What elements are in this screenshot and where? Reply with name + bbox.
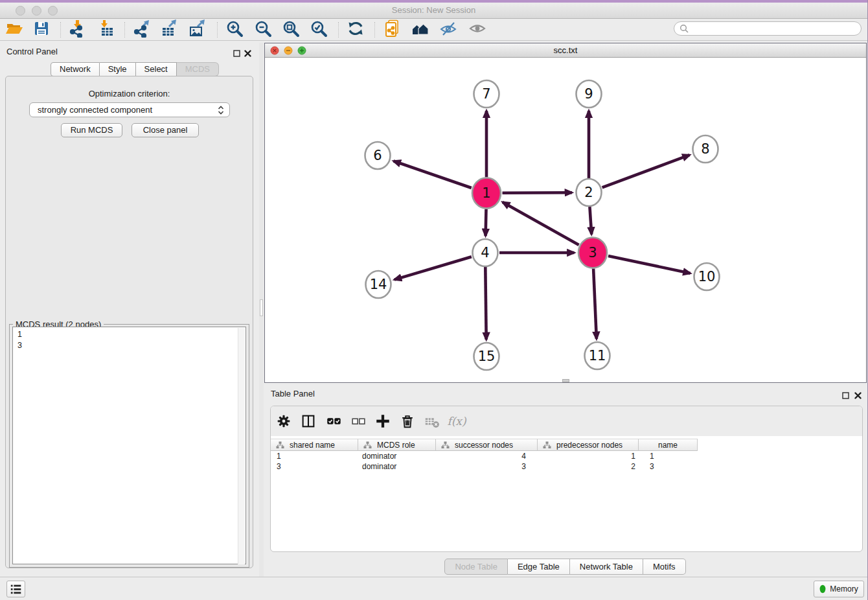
table-panel-tabs: Node TableEdge TableNetwork TableMotifs (262, 559, 868, 575)
graph-node-7[interactable]: 7 (474, 80, 499, 108)
tab-select[interactable]: Select (136, 62, 177, 76)
tab-network-table[interactable]: Network Table (570, 559, 643, 575)
graph-node-14[interactable]: 14 (366, 271, 391, 298)
close-panel-icon[interactable] (244, 48, 251, 60)
svg-text:7: 7 (482, 86, 490, 102)
tab-network[interactable]: Network (51, 62, 100, 76)
open-folder-icon[interactable] (3, 19, 25, 38)
column-sort-icon (441, 441, 450, 449)
mcds-result-box[interactable]: 13 (12, 327, 246, 564)
application-window: Session: New Session (0, 0, 868, 600)
save-session-icon[interactable] (30, 19, 52, 38)
edge-4-14[interactable] (394, 257, 472, 279)
edge-2-3[interactable] (589, 207, 591, 235)
optimization-criterion-label: Optimization criterion: (5, 89, 253, 98)
result-scrollbar[interactable] (238, 328, 245, 564)
window-title: Session: New Session (0, 5, 867, 15)
edge-1-6[interactable] (394, 161, 472, 189)
edge-4-15[interactable] (485, 267, 486, 340)
graph-node-11[interactable]: 11 (585, 342, 610, 369)
split-columns-icon[interactable] (299, 412, 318, 430)
close-panel-button[interactable]: Close panel (131, 123, 199, 137)
column-header-successor-nodes[interactable]: successor nodes (436, 439, 538, 451)
deselect-all-checkboxes-icon[interactable] (348, 412, 368, 430)
select-all-checkboxes-icon[interactable] (324, 412, 343, 430)
float-panel-icon[interactable] (233, 48, 240, 60)
edge-3-11[interactable] (593, 269, 597, 340)
network-canvas[interactable]: 7968124314101511 (265, 58, 866, 382)
fx-label: f(x) (447, 415, 466, 428)
first-neighbors-icon[interactable] (409, 19, 431, 38)
memory-button[interactable]: Memory (814, 581, 864, 597)
delete-column-icon[interactable] (398, 412, 417, 430)
table-cell: 1 (639, 451, 698, 461)
table-cell: 1 (538, 451, 639, 461)
gear-icon[interactable] (274, 412, 293, 430)
tab-mcds[interactable]: MCDS (177, 62, 219, 76)
edge-1-2[interactable] (503, 192, 573, 193)
tab-node-table[interactable]: Node Table (444, 559, 508, 575)
edge-1-4[interactable] (486, 209, 486, 237)
tab-style[interactable]: Style (100, 62, 136, 76)
edge-3-1[interactable] (503, 202, 579, 245)
zoom-in-icon[interactable] (223, 19, 246, 38)
graph-node-1[interactable]: 1 (472, 178, 501, 209)
add-column-icon[interactable] (373, 412, 393, 430)
graph-node-6[interactable]: 6 (365, 142, 391, 169)
delete-table-icon[interactable] (422, 412, 442, 430)
function-builder-icon[interactable]: f(x) (447, 412, 466, 430)
zoom-fit-icon[interactable] (280, 19, 302, 38)
column-sort-icon (363, 441, 372, 449)
table-cell: 3 (639, 461, 698, 472)
show-graphics-details-icon[interactable] (466, 19, 488, 38)
graph-node-2[interactable]: 2 (577, 179, 602, 206)
node-table-container: f(x) shared nameMCDS rolesuccessor nodes… (270, 406, 863, 552)
table-cell: 1 (271, 451, 358, 461)
import-network-icon[interactable] (66, 19, 88, 38)
table-cell: 4 (436, 451, 538, 461)
column-sort-icon (543, 441, 551, 449)
refresh-icon[interactable] (345, 19, 367, 38)
network-frame-titlebar[interactable]: scc.txt (265, 43, 866, 58)
graph-node-9[interactable]: 9 (577, 80, 602, 108)
frame-resize-handle[interactable] (562, 379, 569, 382)
search-input[interactable] (692, 23, 861, 34)
graph-node-3[interactable]: 3 (578, 238, 607, 268)
export-network-icon[interactable] (130, 19, 152, 38)
graph-node-4[interactable]: 4 (473, 239, 498, 266)
float-table-panel-icon[interactable] (842, 390, 849, 402)
toolbar-separator (338, 22, 339, 38)
table-row[interactable]: 3dominator323 (271, 461, 698, 472)
edge-3-10[interactable] (608, 256, 691, 273)
criterion-dropdown[interactable]: strongly connected component (29, 102, 230, 117)
graph-node-10[interactable]: 10 (694, 263, 720, 290)
network-canvas-svg: 7968124314101511 (265, 58, 866, 382)
splitter-handle[interactable] (260, 299, 263, 316)
export-image-icon[interactable] (187, 19, 209, 38)
zoom-selected-icon[interactable] (308, 19, 330, 38)
close-table-panel-icon[interactable] (854, 390, 862, 402)
column-header-MCDS-role[interactable]: MCDS role (358, 439, 436, 451)
run-mcds-button[interactable]: Run MCDS (61, 123, 122, 137)
new-network-from-selection-icon[interactable] (381, 19, 403, 38)
table-row[interactable]: 1dominator411 (271, 451, 698, 461)
edge-2-8[interactable] (602, 155, 690, 187)
tab-edge-table[interactable]: Edge Table (508, 559, 570, 575)
task-list-button[interactable] (6, 581, 25, 597)
column-header-name[interactable]: name (639, 439, 698, 451)
zoom-out-icon[interactable] (252, 19, 274, 38)
export-table-icon[interactable] (158, 19, 180, 38)
result-line: 1 (17, 329, 246, 340)
search-icon (680, 24, 689, 33)
graph-node-8[interactable]: 8 (693, 135, 718, 163)
column-header-shared-name[interactable]: shared name (271, 439, 358, 451)
hide-graphics-details-icon[interactable] (437, 19, 459, 38)
import-table-icon[interactable] (96, 19, 118, 38)
tab-motifs[interactable]: Motifs (643, 559, 686, 575)
column-header-predecessor-nodes[interactable]: predecessor nodes (538, 439, 639, 451)
svg-text:10: 10 (698, 269, 716, 284)
dropdown-stepper-icon (218, 105, 224, 119)
graph-node-15[interactable]: 15 (474, 343, 499, 370)
column-sort-icon (276, 441, 284, 449)
svg-text:11: 11 (589, 348, 606, 363)
